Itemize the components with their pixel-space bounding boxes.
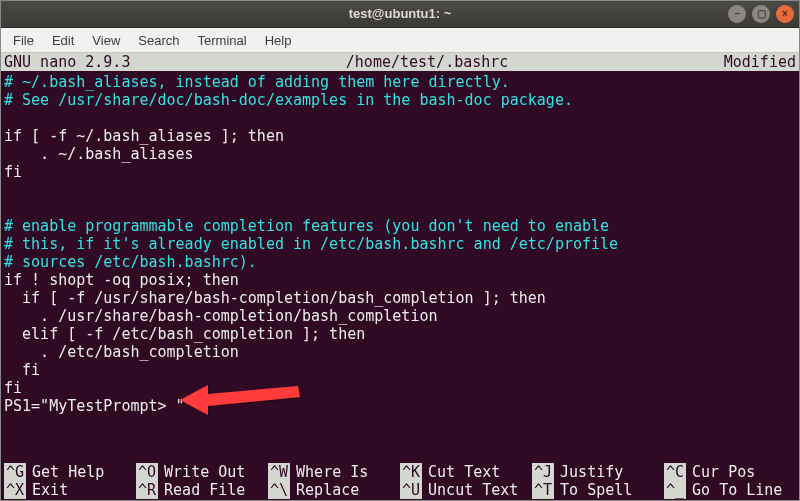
shortcut-label: Get Help	[26, 463, 104, 481]
menu-search[interactable]: Search	[129, 30, 188, 51]
maximize-button[interactable]: ▢	[752, 5, 770, 23]
shortcut-label: Go To Line	[686, 481, 782, 499]
shortcut-item: ^XExit	[4, 481, 136, 499]
line-text: # See /usr/share/doc/bash-doc/examples i…	[4, 91, 573, 109]
shortcut-key: ^_	[664, 481, 686, 499]
minimize-button[interactable]: –	[728, 5, 746, 23]
menu-edit[interactable]: Edit	[43, 30, 83, 51]
shortcut-label: Uncut Text	[422, 481, 518, 499]
editor-line[interactable]: elif [ -f /etc/bash_completion ]; then	[4, 325, 796, 343]
editor-line[interactable]: fi	[4, 163, 796, 181]
nano-app-name: GNU nano 2.9.3	[4, 53, 130, 71]
titlebar: test@ubuntu1: ~ – ▢ ×	[0, 0, 800, 28]
shortcut-label: Justify	[554, 463, 623, 481]
editor-line[interactable]: . ~/.bash_aliases	[4, 145, 796, 163]
shortcut-key: ^\	[268, 481, 290, 499]
shortcut-key: ^G	[4, 463, 26, 481]
shortcut-label: Write Out	[158, 463, 245, 481]
editor-line[interactable]: fi	[4, 361, 796, 379]
line-text: if [ -f ~/.bash_aliases ]; then	[4, 127, 284, 145]
shortcut-item: ^GGet Help	[4, 463, 136, 481]
shortcut-label: Replace	[290, 481, 359, 499]
shortcut-label: To Spell	[554, 481, 632, 499]
shortcut-item: ^WWhere Is	[268, 463, 400, 481]
line-text: if [ -f /usr/share/bash-completion/bash_…	[4, 289, 546, 307]
nano-filepath: /home/test/.bashrc	[130, 53, 723, 71]
editor-line[interactable]	[4, 109, 796, 127]
line-text: fi	[4, 361, 40, 379]
shortcut-label: Cur Pos	[686, 463, 755, 481]
menu-help[interactable]: Help	[256, 30, 301, 51]
shortcut-label: Exit	[26, 481, 68, 499]
nano-header: GNU nano 2.9.3 /home/test/.bashrc Modifi…	[0, 53, 800, 71]
line-text: . /usr/share/bash-completion/bash_comple…	[4, 307, 437, 325]
editor-line[interactable]: # sources /etc/bash.bashrc).	[4, 253, 796, 271]
menubar: File Edit View Search Terminal Help	[0, 28, 800, 53]
window-controls: – ▢ ×	[728, 5, 794, 23]
shortcut-item: ^UUncut Text	[400, 481, 532, 499]
shortcut-item: ^CCur Pos	[664, 463, 796, 481]
editor-line[interactable]: if [ -f /usr/share/bash-completion/bash_…	[4, 289, 796, 307]
terminal-area[interactable]: GNU nano 2.9.3 /home/test/.bashrc Modifi…	[0, 53, 800, 501]
editor-line[interactable]: # See /usr/share/doc/bash-doc/examples i…	[4, 91, 796, 109]
shortcut-key: ^T	[532, 481, 554, 499]
close-button[interactable]: ×	[776, 5, 794, 23]
shortcut-item: ^RRead File	[136, 481, 268, 499]
menu-terminal[interactable]: Terminal	[189, 30, 256, 51]
shortcut-item: ^OWrite Out	[136, 463, 268, 481]
editor-body[interactable]: # ~/.bash_aliases, instead of adding the…	[0, 71, 800, 415]
line-text: fi	[4, 163, 22, 181]
shortcut-key: ^U	[400, 481, 422, 499]
window-title: test@ubuntu1: ~	[349, 6, 452, 21]
shortcut-label: Read File	[158, 481, 245, 499]
shortcut-key: ^W	[268, 463, 290, 481]
editor-line[interactable]	[4, 199, 796, 217]
shortcut-key: ^J	[532, 463, 554, 481]
menu-file[interactable]: File	[4, 30, 43, 51]
editor-line[interactable]: # this, if it's already enabled in /etc/…	[4, 235, 796, 253]
shortcut-key: ^R	[136, 481, 158, 499]
line-text: elif [ -f /etc/bash_completion ]; then	[4, 325, 365, 343]
shortcut-item: ^KCut Text	[400, 463, 532, 481]
line-text: . ~/.bash_aliases	[4, 145, 194, 163]
line-text: if ! shopt -oq posix; then	[4, 271, 239, 289]
shortcut-item: ^JJustify	[532, 463, 664, 481]
line-text: PS1="MyTestPrompt> "	[4, 397, 185, 415]
menu-view[interactable]: View	[83, 30, 129, 51]
editor-line[interactable]: PS1="MyTestPrompt> "	[4, 397, 796, 415]
line-text: # this, if it's already enabled in /etc/…	[4, 235, 618, 253]
editor-line[interactable]: # ~/.bash_aliases, instead of adding the…	[4, 73, 796, 91]
shortcut-key: ^O	[136, 463, 158, 481]
editor-line[interactable]: if [ -f ~/.bash_aliases ]; then	[4, 127, 796, 145]
line-text: fi	[4, 379, 22, 397]
editor-line[interactable]: . /usr/share/bash-completion/bash_comple…	[4, 307, 796, 325]
line-text: # ~/.bash_aliases, instead of adding the…	[4, 73, 510, 91]
nano-shortcut-bar: ^GGet Help^OWrite Out^WWhere Is^KCut Tex…	[0, 463, 800, 501]
shortcut-item: ^\Replace	[268, 481, 400, 499]
shortcut-label: Where Is	[290, 463, 368, 481]
shortcut-item: ^_Go To Line	[664, 481, 796, 499]
editor-line[interactable]: fi	[4, 379, 796, 397]
editor-line[interactable]	[4, 181, 796, 199]
shortcut-item: ^TTo Spell	[532, 481, 664, 499]
shortcut-key: ^C	[664, 463, 686, 481]
shortcut-label: Cut Text	[422, 463, 500, 481]
editor-line[interactable]: . /etc/bash_completion	[4, 343, 796, 361]
line-text: # sources /etc/bash.bashrc).	[4, 253, 257, 271]
line-text: . /etc/bash_completion	[4, 343, 239, 361]
shortcut-key: ^K	[400, 463, 422, 481]
line-text: # enable programmable completion feature…	[4, 217, 609, 235]
nano-status: Modified	[724, 53, 796, 71]
editor-line[interactable]: # enable programmable completion feature…	[4, 217, 796, 235]
shortcut-key: ^X	[4, 481, 26, 499]
editor-line[interactable]: if ! shopt -oq posix; then	[4, 271, 796, 289]
